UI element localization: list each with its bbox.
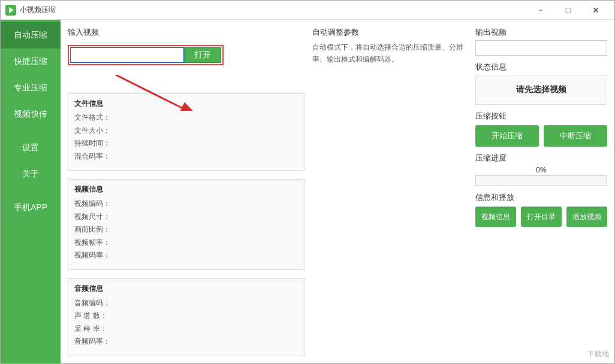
audio-info-title: 音频信息 xyxy=(74,283,299,296)
open-button-highlight: 打开 xyxy=(68,45,224,65)
play-video-button[interactable]: 播放视频 xyxy=(566,207,607,227)
sidebar-item-fast-upload[interactable]: 视频快传 xyxy=(1,101,61,128)
video-info-title: 视频信息 xyxy=(74,183,299,196)
input-video-field[interactable] xyxy=(70,47,184,63)
audio-channels-row: 声 道 数： xyxy=(74,310,299,323)
video-info-panel: 视频信息 视频编码： 视频尺寸： 画面比例： 视频帧率： 视频码率： xyxy=(68,179,305,270)
status-label: 状态信息 xyxy=(475,62,607,72)
output-video-section: 输出视频 xyxy=(475,27,607,56)
app-icon xyxy=(5,5,16,16)
progress-bar xyxy=(475,175,607,186)
info-playback-section: 信息和播放 视频信息 打开目录 播放视频 xyxy=(475,192,607,227)
arrow-graphic xyxy=(68,75,224,89)
sidebar-item-auto-compress[interactable]: 自动压缩 xyxy=(1,22,61,48)
audio-info-panel: 音频信息 音频编码： 声 道 数： 采 样 率： 音频码率： xyxy=(68,278,305,356)
status-message: 请先选择视频 xyxy=(475,75,607,105)
open-dir-button[interactable]: 打开目录 xyxy=(521,207,562,227)
file-duration-row: 持续时间： xyxy=(74,137,299,150)
sidebar: 自动压缩 快捷压缩 专业压缩 视频快传 设置 关于 手机APP xyxy=(1,20,61,363)
progress-percent: 0% xyxy=(475,166,607,174)
audio-samplerate-row: 采 样 率： xyxy=(74,323,299,336)
sidebar-item-quick-compress[interactable]: 快捷压缩 xyxy=(1,48,61,75)
video-ratio-row: 画面比例： xyxy=(74,223,299,236)
output-video-label: 输出视频 xyxy=(475,27,607,38)
title-bar: 小视频压缩 － □ ✕ xyxy=(1,1,614,20)
file-bitrate-row: 混合码率： xyxy=(74,150,299,163)
sidebar-item-settings[interactable]: 设置 xyxy=(1,135,61,161)
sidebar-item-mobile-app[interactable]: 手机APP xyxy=(1,195,61,221)
input-video-label: 输入视频 xyxy=(68,27,305,38)
video-fps-row: 视频帧率： xyxy=(74,236,299,250)
watermark: 下载地 xyxy=(587,349,609,359)
stop-compress-button[interactable]: 中断压缩 xyxy=(544,125,607,147)
start-compress-button[interactable]: 开始压缩 xyxy=(475,125,539,147)
audio-codec-row: 音频编码： xyxy=(74,297,299,310)
close-button[interactable]: ✕ xyxy=(582,1,610,20)
window-title: 小视频压缩 xyxy=(20,5,527,15)
sidebar-item-about[interactable]: 关于 xyxy=(1,161,61,187)
minimize-button[interactable]: － xyxy=(527,1,554,20)
progress-section: 压缩进度 0% xyxy=(475,153,607,186)
video-codec-row: 视频编码： xyxy=(74,198,299,211)
progress-label: 压缩进度 xyxy=(475,153,607,163)
output-video-field[interactable] xyxy=(475,40,607,56)
open-button[interactable]: 打开 xyxy=(184,47,221,63)
compress-label: 压缩按钮 xyxy=(475,111,607,122)
video-bitrate-row: 视频码率： xyxy=(74,249,299,262)
auto-params-description: 自动模式下，将自动选择合适的压缩质量、分辨率、输出格式和编解码器。 xyxy=(312,41,468,66)
auto-params-title: 自动调整参数 xyxy=(312,27,468,38)
svg-line-3 xyxy=(116,75,182,108)
video-size-row: 视频尺寸： xyxy=(74,211,299,224)
audio-bitrate-row: 音频码率： xyxy=(74,335,299,348)
file-format-row: 文件格式： xyxy=(74,111,299,125)
compress-section: 压缩按钮 开始压缩 中断压缩 xyxy=(475,111,607,147)
window-controls: － □ ✕ xyxy=(527,1,610,20)
video-info-button[interactable]: 视频信息 xyxy=(475,207,516,227)
info-playback-label: 信息和播放 xyxy=(475,192,607,203)
sidebar-item-pro-compress[interactable]: 专业压缩 xyxy=(1,75,61,101)
status-section: 状态信息 请先选择视频 xyxy=(475,62,607,105)
file-size-row: 文件大小： xyxy=(74,125,299,138)
maximize-button[interactable]: □ xyxy=(554,1,582,20)
